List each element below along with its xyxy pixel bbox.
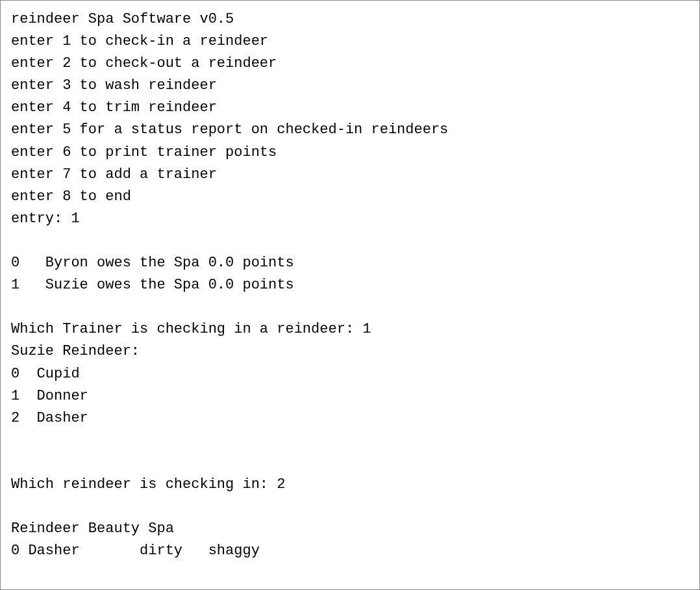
terminal-line: enter 6 to print trainer points [11,142,689,164]
terminal-line: 1 Suzie owes the Spa 0.0 points [11,274,689,296]
terminal-line: 0 Dasher dirty shaggy [11,540,689,562]
terminal-line: 0 Cupid [11,363,689,385]
terminal-line [11,430,689,452]
terminal-line: Reindeer Beauty Spa [11,518,689,540]
terminal-line: enter 1 to check-in a reindeer [11,31,689,53]
terminal-line: enter 4 to trim reindeer [11,97,689,119]
terminal-line: 1 Donner [11,385,689,407]
terminal-line: enter 3 to wash reindeer [11,75,689,97]
terminal-line: enter 2 to check-out a reindeer [11,53,689,75]
terminal-line [11,452,689,474]
terminal-line: enter 8 to end [11,186,689,208]
terminal-line: Suzie Reindeer: [11,340,689,363]
terminal-output: reindeer Spa Software v0.5enter 1 to che… [0,0,700,590]
terminal-line: reindeer Spa Software v0.5 [11,8,689,31]
terminal-line: entry: 1 [11,208,689,230]
terminal-line: 2 Dasher [11,407,689,430]
terminal-line: enter 7 to add a trainer [11,164,689,186]
terminal-line [11,230,689,252]
terminal-line [11,296,689,318]
terminal-line: Which Trainer is checking in a reindeer:… [11,318,689,340]
terminal-line: 0 Byron owes the Spa 0.0 points [11,252,689,274]
terminal-line: enter 5 for a status report on checked-i… [11,119,689,141]
terminal-line: Which reindeer is checking in: 2 [11,474,689,496]
terminal-line [11,496,689,518]
